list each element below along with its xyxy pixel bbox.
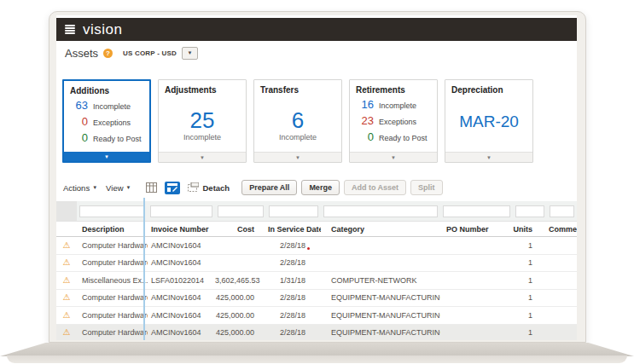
header-invoice-number[interactable]: Invoice Number: [148, 225, 215, 234]
cell-in-service-date: 2/28/18: [266, 328, 321, 337]
cell-invoice-number: AMCINov1604: [148, 328, 215, 337]
required-marker: [307, 247, 310, 250]
header-comments[interactable]: Comments: [547, 225, 577, 234]
query-by-example-icon[interactable]: [165, 182, 180, 194]
hamburger-menu-icon[interactable]: [65, 24, 75, 35]
filter-po-number-input[interactable]: [443, 205, 510, 217]
screenshot-canvas: vision Assets ? US CORP - USD ▼ Addition…: [0, 0, 634, 364]
tile-expander[interactable]: ▼: [254, 152, 341, 162]
table-row[interactable]: ⚠ Computer Hardware AMCINov1604 425,000.…: [56, 307, 577, 325]
app-header: vision: [56, 18, 577, 41]
stat-label: Exceptions: [93, 118, 131, 127]
cell-description: Computer Hardware: [77, 311, 148, 320]
filter-in-service-date-input[interactable]: [269, 205, 318, 217]
detach-icon: [188, 180, 199, 195]
stat-ready-to-post: 0 Ready to Post: [69, 131, 149, 144]
cell-cost: 425,000.00: [215, 293, 266, 302]
cell-description: Miscellaneous Ex...: [77, 276, 148, 285]
chevron-down-icon: ▼: [104, 154, 109, 159]
tile-expander[interactable]: ▼: [64, 152, 149, 161]
tile-retirements[interactable]: Retirements 16 Incomplete 23 Exceptions …: [349, 79, 438, 163]
business-unit-dropdown[interactable]: ▼: [182, 47, 198, 60]
tile-adjustments[interactable]: Adjustments 25 Incomplete ▼: [158, 79, 247, 163]
tile-expander[interactable]: ▼: [159, 152, 246, 162]
tile-transfers[interactable]: Transfers 6 Incomplete ▼: [253, 79, 342, 163]
stat-label: Ready to Post: [93, 135, 142, 143]
cell-description: Computer Hardware: [77, 293, 148, 302]
header-cost[interactable]: Cost: [215, 225, 266, 234]
header-category[interactable]: Category: [321, 225, 440, 234]
chevron-down-icon: ▼: [295, 155, 300, 160]
chevron-down-icon: ▼: [187, 50, 192, 55]
cell-invoice-number: LSFA01022014: [148, 276, 215, 285]
tile-period: MAR-20: [445, 113, 532, 131]
table-row-selected[interactable]: ⚠ Computer Hardware AMCINov1604 425,000.…: [56, 325, 577, 341]
merge-button[interactable]: Merge: [301, 180, 340, 195]
page-header: Assets ? US CORP - USD ▼: [65, 46, 198, 60]
column-freeze-indicator[interactable]: [143, 198, 145, 340]
stat-value: 23: [355, 114, 374, 127]
header-units[interactable]: Units: [513, 225, 547, 234]
cell-description: Computer Hardware: [77, 258, 148, 267]
business-unit-label: US CORP - USD: [123, 49, 177, 57]
tile-title: Retirements: [350, 80, 437, 95]
prepare-all-button[interactable]: Prepare All: [241, 180, 297, 195]
actions-menu[interactable]: Actions ▼: [63, 183, 97, 193]
help-icon[interactable]: ?: [103, 49, 113, 58]
detach-label: Detach: [202, 183, 230, 193]
table-header-row: Description Invoice Number Cost In Servi…: [56, 222, 577, 237]
header-po-number[interactable]: PO Number: [440, 225, 513, 234]
stat-incomplete: 16 Incomplete: [355, 98, 437, 111]
tile-expander[interactable]: ▼: [445, 152, 532, 162]
tile-expander[interactable]: ▼: [350, 152, 437, 162]
tile-caption: Incomplete: [254, 133, 341, 142]
cell-category: COMPUTER-NETWORK: [321, 276, 440, 285]
table-row[interactable]: ⚠ Computer Hardware AMCINov1604 2/28/18 …: [56, 255, 577, 273]
view-menu[interactable]: View ▼: [106, 183, 131, 193]
cell-description: Computer Hardware: [77, 241, 148, 250]
filter-units-input[interactable]: [515, 205, 544, 217]
filter-cost-input[interactable]: [218, 205, 264, 217]
monitor-stand: [0, 343, 634, 356]
filter-invoice-number-input[interactable]: [150, 205, 212, 217]
monitor-frame: vision Assets ? US CORP - USD ▼ Addition…: [49, 11, 586, 343]
cell-cost: 425,000.00: [215, 311, 266, 320]
warning-icon: ⚠: [63, 276, 71, 285]
header-description[interactable]: Description: [77, 225, 148, 234]
cell-category: EQUIPMENT-MANUFACTURING: [321, 311, 440, 320]
table-row[interactable]: ⚠ Computer Hardware AMCINov1604 2/28/18 …: [56, 237, 577, 255]
cell-cost: 425,000.00: [215, 328, 266, 337]
detach-button[interactable]: Detach: [188, 180, 230, 195]
tile-title: Transfers: [254, 80, 341, 95]
cell-units: 1: [513, 276, 547, 285]
tile-additions[interactable]: Additions 63 Incomplete 0 Exceptions 0 R…: [62, 79, 151, 163]
header-in-service-date[interactable]: In Service Date: [266, 225, 321, 234]
table-toolbar: Actions ▼ View ▼: [63, 177, 577, 198]
stat-value: 0: [69, 115, 88, 128]
stat-exceptions: 0 Exceptions: [69, 115, 149, 128]
cell-units: 1: [513, 241, 547, 250]
stat-incomplete: 63 Incomplete: [69, 99, 149, 112]
cell-category: EQUIPMENT-MANUFACTURING: [321, 293, 440, 302]
view-menu-label: View: [106, 183, 123, 193]
tile-title: Depreciation: [445, 80, 532, 95]
filter-category-input[interactable]: [323, 205, 438, 217]
filter-description-input[interactable]: [79, 205, 145, 217]
tile-depreciation[interactable]: Depreciation MAR-20 ▼: [445, 79, 533, 163]
warning-icon: ⚠: [63, 328, 71, 337]
warning-icon: ⚠: [63, 241, 71, 250]
tile-title: Additions: [64, 81, 149, 95]
chevron-down-icon: ▼: [126, 185, 131, 190]
cell-invoice-number: AMCINov1604: [148, 293, 215, 302]
stat-value: 16: [355, 98, 374, 111]
table-row[interactable]: ⚠ Miscellaneous Ex... LSFA01022014 3,602…: [56, 272, 577, 290]
table-row[interactable]: ⚠ Computer Hardware AMCINov1604 425,000.…: [56, 290, 577, 308]
page-title: Assets: [65, 47, 98, 60]
filter-rowheader-cell: [56, 201, 77, 221]
assets-table: Description Invoice Number Cost In Servi…: [56, 201, 577, 340]
add-to-asset-button: Add to Asset: [344, 180, 406, 195]
freeze-icon[interactable]: [146, 182, 157, 193]
cell-invoice-number: AMCINov1604: [148, 258, 215, 267]
chevron-down-icon: ▼: [486, 155, 491, 160]
filter-comments-input[interactable]: [550, 205, 574, 217]
